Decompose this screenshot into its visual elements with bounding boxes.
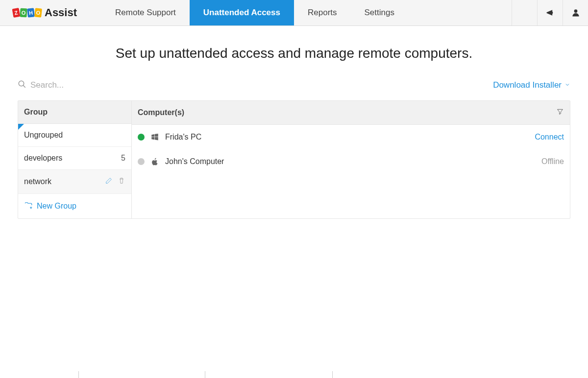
groups-header-label: Group <box>24 108 48 117</box>
logo-tile: O <box>34 8 42 17</box>
computer-name: Frida's PC <box>165 133 535 142</box>
search-wrap <box>18 80 493 91</box>
nav-unattended-access[interactable]: Unattended Access <box>190 0 294 25</box>
group-row-ungrouped[interactable]: Ungrouped <box>18 124 131 147</box>
topbar: Z O H O Assist Remote Support Unattended… <box>0 0 588 26</box>
logo[interactable]: Z O H O Assist <box>0 6 87 19</box>
logo-tile: H <box>27 8 35 17</box>
windows-icon <box>150 133 159 142</box>
group-label: developers <box>24 154 62 163</box>
group-label: Ungrouped <box>24 131 63 140</box>
new-group-button[interactable]: New Group <box>18 194 131 218</box>
logo-tile: O <box>20 8 27 18</box>
group-count: 5 <box>121 154 125 163</box>
hero: Set up unattended access and manage remo… <box>0 26 588 75</box>
svg-line-1 <box>23 85 25 88</box>
logo-product-name: Assist <box>45 6 77 19</box>
edit-icon[interactable] <box>105 177 113 187</box>
tick-mark <box>205 371 205 378</box>
table-area: Group Ungrouped developers 5 network <box>18 100 570 219</box>
svg-point-0 <box>19 81 24 86</box>
tick-mark <box>78 371 79 378</box>
download-icon[interactable] <box>512 0 537 25</box>
chevron-down-icon <box>564 80 570 90</box>
user-icon[interactable] <box>563 0 588 25</box>
nav-reports[interactable]: Reports <box>294 0 351 25</box>
connect-button[interactable]: Connect <box>535 133 564 142</box>
computers-header-label: Computer(s) <box>138 108 184 117</box>
bottom-ticks <box>0 371 588 378</box>
computer-row: John's Computer Offline <box>132 149 570 174</box>
filter-icon[interactable] <box>556 108 564 118</box>
nav-settings[interactable]: Settings <box>351 0 408 25</box>
search-icon <box>18 80 26 91</box>
computer-name: John's Computer <box>165 157 541 166</box>
new-group-label: New Group <box>37 202 76 211</box>
search-input[interactable] <box>30 80 177 90</box>
group-actions <box>105 177 125 187</box>
content: Download Installer Group Ungrouped devel… <box>0 75 588 219</box>
status-dot-online <box>138 134 145 141</box>
search-row: Download Installer <box>18 75 570 95</box>
announce-icon[interactable] <box>537 0 563 25</box>
tick-mark <box>332 371 333 378</box>
folder-add-icon <box>24 201 33 212</box>
topbar-actions <box>512 0 588 25</box>
download-installer-label: Download Installer <box>493 80 562 90</box>
trash-icon[interactable] <box>118 177 125 187</box>
page-title: Set up unattended access and manage remo… <box>0 46 588 61</box>
groups-header: Group <box>18 101 131 124</box>
group-label: network <box>24 177 51 186</box>
download-installer-link[interactable]: Download Installer <box>493 80 570 90</box>
group-row-developers[interactable]: developers 5 <box>18 147 131 170</box>
logo-tile: Z <box>12 8 21 18</box>
groups-column: Group Ungrouped developers 5 network <box>18 101 132 218</box>
nav-remote-support[interactable]: Remote Support <box>101 0 190 25</box>
main-nav: Remote Support Unattended Access Reports… <box>101 0 408 25</box>
computers-header: Computer(s) <box>132 101 570 125</box>
logo-tiles: Z O H O <box>13 8 42 17</box>
offline-status: Offline <box>541 157 564 166</box>
computers-column: Computer(s) Frida's PC Connect John's Co… <box>132 101 570 218</box>
group-row-network[interactable]: network <box>18 170 131 194</box>
computer-row[interactable]: Frida's PC Connect <box>132 125 570 149</box>
status-dot-offline <box>138 158 145 165</box>
apple-icon <box>150 157 159 166</box>
